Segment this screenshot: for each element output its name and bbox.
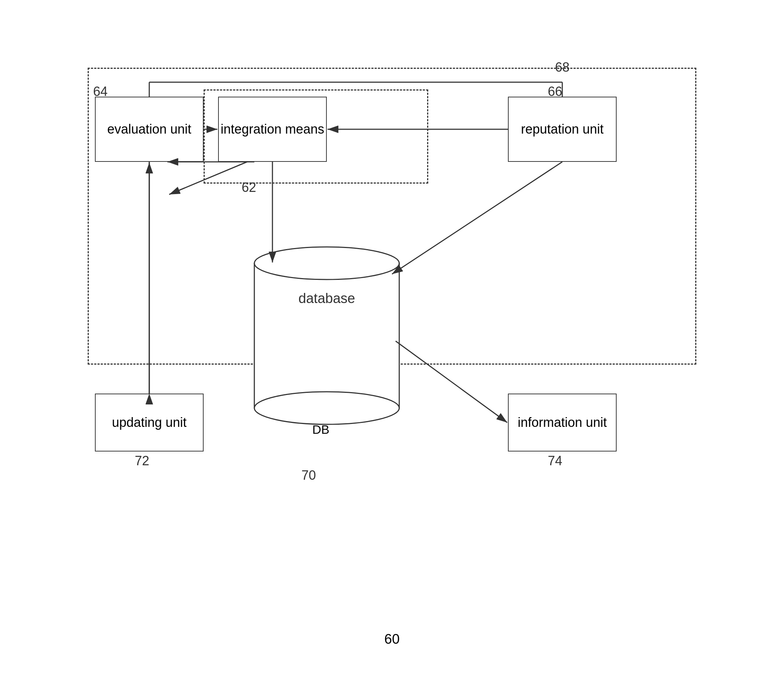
diagram: evaluation unit integration means reputa… — [66, 39, 718, 654]
label-70: 70 — [301, 468, 316, 483]
label-66: 66 — [548, 84, 562, 99]
database-cylinder: database — [251, 241, 403, 430]
reputation-unit-box: reputation unit — [508, 97, 617, 162]
reputation-unit-label: reputation unit — [521, 121, 604, 138]
integration-means-box: integration means — [218, 97, 327, 162]
label-64: 64 — [93, 84, 108, 99]
information-unit-box: information unit — [508, 394, 617, 452]
svg-rect-0 — [254, 263, 399, 408]
db-label: DB — [312, 422, 329, 437]
label-62: 62 — [242, 180, 256, 195]
label-68: 68 — [555, 60, 570, 75]
figure-number: 60 — [384, 631, 400, 647]
label-72: 72 — [135, 453, 149, 468]
information-unit-label: information unit — [518, 414, 607, 431]
updating-unit-box: updating unit — [95, 394, 204, 452]
updating-unit-label: updating unit — [112, 414, 186, 431]
evaluation-unit-label: evaluation unit — [107, 121, 191, 138]
svg-text:database: database — [298, 291, 355, 306]
svg-point-2 — [254, 247, 399, 279]
label-74: 74 — [548, 453, 562, 468]
svg-point-1 — [254, 392, 399, 424]
evaluation-unit-box: evaluation unit — [95, 97, 204, 162]
integration-means-label: integration means — [221, 121, 324, 138]
